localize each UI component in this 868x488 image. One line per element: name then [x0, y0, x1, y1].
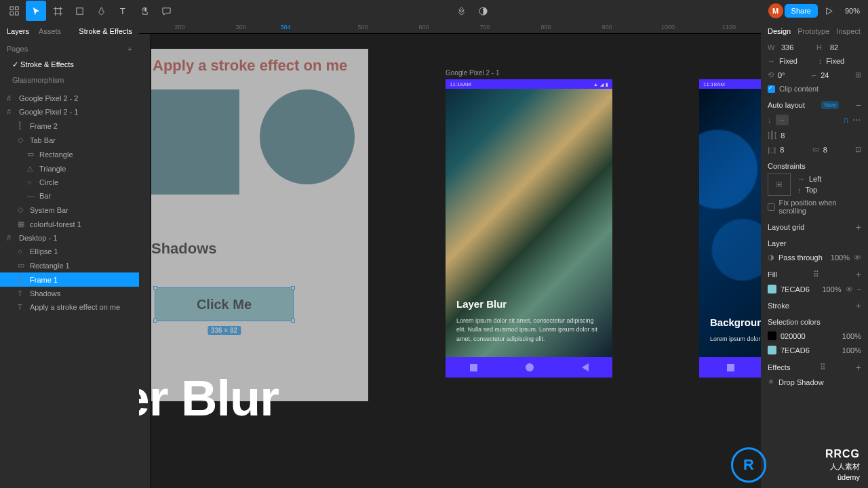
layer-item[interactable]: ┋Frame 2 — [0, 119, 139, 133]
avatar[interactable]: M — [768, 3, 783, 18]
move-tool-icon[interactable] — [26, 1, 46, 21]
fill-opacity-field[interactable]: 100% — [822, 285, 841, 293]
effect-type-select[interactable]: Drop Shadow — [778, 378, 861, 386]
page-name-label[interactable]: Stroke & Effects — [79, 27, 132, 35]
independent-padding-icon[interactable]: ⊡ — [855, 145, 861, 154]
constraints-widget[interactable]: + — [768, 173, 791, 196]
vert-resize-icon[interactable]: ↕ — [818, 57, 823, 65]
tab-layers[interactable]: Layers — [7, 27, 29, 35]
layer-item[interactable]: ◇Tab Bar — [0, 133, 139, 147]
nav-home-icon[interactable] — [526, 363, 534, 371]
remove-autolayout-icon[interactable]: − — [856, 102, 861, 108]
layer-item[interactable]: ◇System Bar — [0, 203, 139, 217]
gap-field[interactable]: 8 — [781, 131, 861, 140]
present-icon[interactable] — [819, 1, 840, 21]
main-menu-icon[interactable] — [4, 1, 24, 21]
layer-item[interactable]: TShadows — [0, 287, 139, 300]
nav-recent-icon[interactable] — [470, 364, 477, 371]
hand-tool-icon[interactable] — [134, 1, 155, 21]
tab-prototype[interactable]: Prototype — [797, 27, 829, 35]
layer-item[interactable]: #Google Pixel 2 - 2 — [0, 92, 139, 105]
effects-styles-icon[interactable]: ⠿ — [820, 363, 827, 372]
padding-v-field[interactable]: 8 — [823, 146, 851, 154]
layer-item[interactable]: #Desktop - 1 — [0, 231, 139, 245]
layer-item[interactable]: ○Ellipse 1 — [0, 245, 139, 258]
canvas[interactable]: 200 300 384 500 600 700 800 900 1000 110… — [139, 22, 761, 488]
layer-item[interactable]: TApply a stroke effect on me — [0, 300, 139, 314]
constraint-h-icon: ↔ — [797, 175, 805, 183]
rotation-field[interactable]: 0° — [778, 71, 808, 79]
layer-item[interactable]: ▭Rectangle 1 — [0, 258, 139, 272]
add-page-icon[interactable]: + — [128, 45, 132, 53]
tab-inspect[interactable]: Inspect — [836, 27, 860, 35]
clip-content-checkbox[interactable] — [768, 85, 775, 93]
tab-assets[interactable]: Assets — [39, 27, 61, 35]
nav-recent-icon[interactable] — [727, 364, 734, 371]
blend-mode-icon[interactable]: ◑ — [768, 253, 774, 262]
mask-icon[interactable] — [473, 1, 493, 21]
selection-color-row[interactable]: 020000100% — [761, 329, 868, 343]
frame-tool-icon[interactable] — [47, 1, 68, 21]
width-field[interactable]: 336 — [781, 43, 812, 52]
alignment-box-icon[interactable]: ⎍ — [844, 116, 848, 124]
layer-item[interactable]: —Bar — [0, 189, 139, 203]
fix-position-checkbox[interactable] — [768, 203, 775, 211]
layer-item[interactable]: ▦colorful-forest 1 — [0, 217, 139, 231]
fill-swatch[interactable] — [768, 285, 776, 293]
page-item[interactable]: Glassmorphism — [0, 73, 139, 87]
zoom-level[interactable]: 90% — [841, 7, 864, 15]
add-effect-icon[interactable]: + — [856, 364, 861, 371]
layout-grid-title: Layout grid — [768, 223, 804, 231]
comment-tool-icon[interactable] — [156, 1, 176, 21]
padding-h-field[interactable]: 8 — [780, 146, 808, 154]
color-swatch[interactable] — [768, 331, 776, 340]
layer-opacity-field[interactable]: 100% — [831, 253, 850, 262]
remove-fill-icon[interactable]: − — [857, 285, 861, 293]
height-field[interactable]: 82 — [830, 43, 861, 52]
add-layout-grid-icon[interactable]: + — [856, 224, 861, 230]
frame-pixel-2-2[interactable]: Google Pixel 2 - 2 11:18AM Background Lo… — [699, 79, 761, 378]
component-icon[interactable] — [451, 1, 471, 21]
text-tool-icon[interactable]: T — [113, 1, 133, 21]
layer-name: Bar — [39, 192, 51, 200]
frame-desktop-1[interactable]: Apply a stroke effect on me Shadows Clic… — [151, 49, 368, 401]
layer-item[interactable]: ○Circle — [0, 176, 139, 189]
add-fill-icon[interactable]: + — [856, 271, 861, 278]
pen-tool-icon[interactable] — [91, 1, 111, 21]
svg-rect-3 — [15, 12, 18, 15]
direction-horizontal-icon[interactable]: → — [776, 115, 789, 125]
fill-hex-field[interactable]: 7ECAD6 — [781, 285, 818, 293]
direction-vertical-icon[interactable]: ↓ — [768, 116, 772, 124]
layer-name: Google Pixel 2 - 2 — [19, 94, 78, 102]
fill-styles-icon[interactable]: ⠿ — [813, 270, 820, 279]
radius-field[interactable]: 24 — [821, 71, 851, 79]
constraint-horiz[interactable]: Fixed — [779, 57, 814, 65]
color-swatch[interactable] — [768, 346, 776, 354]
constraint-v-select[interactable]: Top — [806, 186, 822, 194]
layer-item[interactable]: △Triangle — [0, 161, 139, 176]
effect-settings-icon[interactable]: ☀ — [768, 378, 774, 386]
layer-item[interactable]: #Google Pixel 2 - 1 — [0, 105, 139, 119]
layer-name: Rectangle 1 — [30, 262, 70, 270]
shape-tool-icon[interactable] — [69, 1, 90, 21]
autolayout-more-icon[interactable]: ⋯ — [852, 115, 861, 125]
constraint-vert[interactable]: Fixed — [826, 57, 861, 65]
independent-corners-icon[interactable]: ⊞ — [855, 70, 861, 79]
constraint-h-select[interactable]: Left — [809, 175, 821, 183]
frame-pixel-2-1[interactable]: Google Pixel 2 - 1 11:18AM ▲◢▮ Layer Blu… — [446, 79, 612, 378]
add-stroke-icon[interactable]: + — [856, 302, 861, 309]
layer-item[interactable]: ▭Rectangle — [0, 147, 139, 161]
layer-item[interactable]: ┋Frame 1 — [0, 272, 139, 287]
blend-mode-select[interactable]: Pass through — [778, 253, 827, 262]
tab-design[interactable]: Design — [768, 27, 791, 35]
corner-radius-icon[interactable]: ⌐ — [812, 71, 816, 79]
page-item[interactable]: Stroke & Effects — [0, 57, 139, 73]
rotation-icon[interactable]: ⟲ — [768, 70, 774, 79]
fill-visibility-icon[interactable]: 👁 — [846, 285, 853, 293]
selection-color-row[interactable]: 7ECAD6100% — [761, 343, 868, 357]
nav-back-icon[interactable] — [582, 363, 589, 371]
horiz-resize-icon[interactable]: ↔ — [768, 57, 775, 65]
share-button[interactable]: Share — [785, 4, 818, 18]
visibility-icon[interactable]: 👁 — [854, 253, 861, 262]
system-bar: 11:18AM ▲◢▮ — [446, 79, 612, 89]
